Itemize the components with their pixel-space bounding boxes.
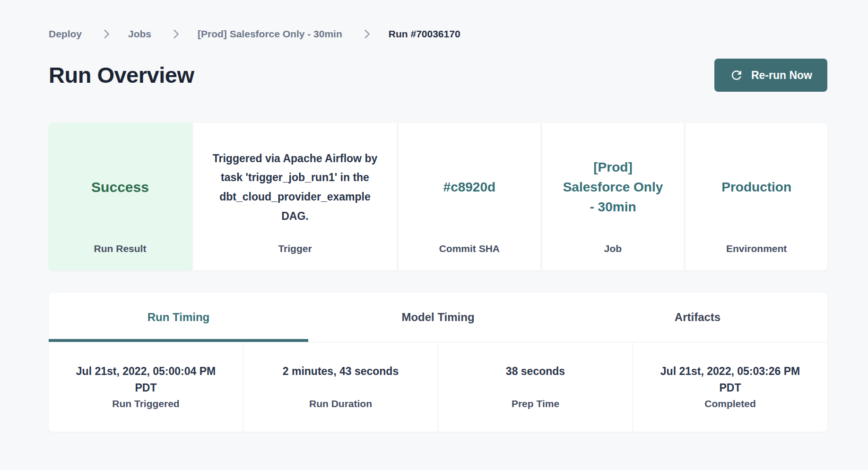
- chevron-right-icon: [361, 29, 370, 39]
- trigger-card: Triggered via Apache Airflow by task 'tr…: [193, 123, 397, 270]
- job-link[interactable]: [Prod] Salesforce Only - 30min: [562, 157, 664, 217]
- trigger-value: Triggered via Apache Airflow by task 'tr…: [205, 149, 385, 226]
- tab-artifacts[interactable]: Artifacts: [568, 293, 827, 342]
- run-timing-row: Jul 21st, 2022, 05:00:04 PM PDT Run Trig…: [49, 342, 827, 432]
- prep-time-value: 38 seconds: [455, 363, 616, 396]
- commit-sha-link[interactable]: #c8920d: [443, 177, 496, 197]
- run-triggered-value: Jul 21st, 2022, 05:00:04 PM PDT: [66, 363, 226, 396]
- completed-label: Completed: [633, 398, 827, 409]
- completed-cell: Jul 21st, 2022, 05:03:26 PM PDT Complete…: [633, 342, 827, 432]
- commit-sha-card: #c8920d Commit SHA: [399, 123, 540, 270]
- environment-card: Production Environment: [686, 123, 827, 270]
- breadcrumb-jobs[interactable]: Jobs: [128, 28, 151, 40]
- run-details-tabbar: Run Timing Model Timing Artifacts: [49, 293, 827, 342]
- breadcrumb-deploy[interactable]: Deploy: [49, 28, 82, 40]
- page-title: Run Overview: [49, 63, 194, 87]
- run-result-card: Success Run Result: [49, 123, 191, 270]
- run-result-value: Success: [91, 179, 149, 195]
- commit-sha-label: Commit SHA: [439, 243, 500, 254]
- job-label: Job: [604, 243, 622, 254]
- completed-value: Jul 21st, 2022, 05:03:26 PM PDT: [650, 363, 811, 396]
- run-result-label: Run Result: [94, 243, 147, 254]
- refresh-icon: [729, 68, 744, 82]
- run-duration-cell: 2 minutes, 43 seconds Run Duration: [243, 342, 438, 432]
- environment-link[interactable]: Production: [721, 177, 791, 197]
- run-triggered-label: Run Triggered: [49, 398, 243, 409]
- page-header: Run Overview Re-run Now: [49, 59, 827, 92]
- run-overview-page: Deploy Jobs [Prod] Salesforce Only - 30m…: [0, 0, 868, 432]
- tab-model-timing[interactable]: Model Timing: [308, 293, 568, 342]
- run-triggered-cell: Jul 21st, 2022, 05:00:04 PM PDT Run Trig…: [49, 342, 243, 432]
- chevron-right-icon: [100, 29, 110, 39]
- tab-run-timing[interactable]: Run Timing: [49, 293, 308, 342]
- chevron-right-icon: [170, 29, 179, 39]
- job-card: [Prod] Salesforce Only - 30min Job: [542, 123, 684, 270]
- run-duration-label: Run Duration: [243, 398, 438, 409]
- trigger-label: Trigger: [278, 243, 312, 254]
- run-details-panel: Run Timing Model Timing Artifacts Jul 21…: [49, 293, 827, 432]
- environment-label: Environment: [726, 243, 787, 254]
- run-summary-cards: Success Run Result Triggered via Apache …: [49, 123, 827, 270]
- rerun-now-button-label: Re-run Now: [751, 69, 812, 82]
- breadcrumb-run-number: Run #70036170: [389, 28, 460, 40]
- breadcrumb: Deploy Jobs [Prod] Salesforce Only - 30m…: [49, 0, 827, 40]
- prep-time-label: Prep Time: [438, 398, 633, 409]
- prep-time-cell: 38 seconds Prep Time: [438, 342, 633, 432]
- rerun-now-button[interactable]: Re-run Now: [714, 59, 827, 92]
- run-duration-value: 2 minutes, 43 seconds: [260, 363, 421, 396]
- breadcrumb-job-name[interactable]: [Prod] Salesforce Only - 30min: [198, 28, 342, 40]
